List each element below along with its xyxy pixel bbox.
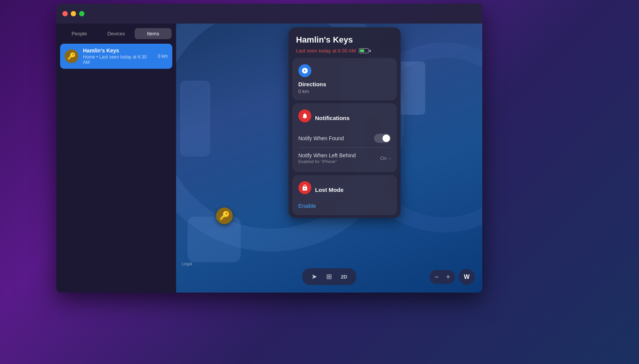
map-shape <box>188 217 241 262</box>
compass-button[interactable]: W <box>459 269 475 285</box>
detail-status: Last seen today at 6:30 AM <box>296 48 393 54</box>
notify-when-found-toggle[interactable] <box>374 134 391 143</box>
app-window: People Devices Items 🔑 Hamlin's Keys Hom… <box>56 4 482 293</box>
notify-when-left-chevron-group: On › <box>380 155 391 161</box>
traffic-lights <box>62 11 84 16</box>
directions-distance: 0 km <box>298 89 391 94</box>
legal-link[interactable]: Legal <box>182 261 192 266</box>
item-name: Hamlin's Keys <box>83 47 153 54</box>
notify-when-left-behind-sub: Enabled for "iPhone" <box>298 159 356 164</box>
notify-when-found-row[interactable]: Notify When Found <box>298 131 391 145</box>
detail-header: Hamlin's Keys Last seen today at 6:30 AM <box>288 27 401 58</box>
directions-label: Directions <box>298 81 391 87</box>
location-arrow-button[interactable]: ➤ <box>307 271 321 283</box>
tab-people[interactable]: People <box>61 28 98 39</box>
map-controls-right: − + W <box>430 269 475 285</box>
fullscreen-button[interactable] <box>79 11 84 16</box>
lost-mode-card: Lost Mode Enable <box>292 175 397 215</box>
battery-body <box>359 48 369 53</box>
notif-divider <box>298 147 391 148</box>
item-icon: 🔑 <box>65 49 78 63</box>
bottom-bar: ➤ ⊞ 2D <box>302 268 356 285</box>
battery-icon <box>359 48 371 53</box>
notify-when-left-behind-row[interactable]: Notify When Left Behind Enabled for "iPh… <box>298 150 391 166</box>
toggle-thumb <box>382 135 390 142</box>
battery-tip <box>370 50 371 52</box>
detail-title: Hamlin's Keys <box>296 35 393 45</box>
tab-devices[interactable]: Devices <box>98 28 135 39</box>
detail-panel: Hamlin's Keys Last seen today at 6:30 AM <box>288 27 401 218</box>
notifications-card: Notifications Notify When Found Notify W… <box>292 103 397 172</box>
tab-bar: People Devices Items <box>56 24 176 39</box>
notifications-icon <box>298 109 311 122</box>
chevron-right-icon: › <box>389 155 391 161</box>
status-text: Last seen today at 6:30 AM <box>296 48 356 54</box>
directions-icon <box>298 64 311 77</box>
zoom-in-button[interactable]: + <box>443 272 453 282</box>
map-type-button[interactable]: ⊞ <box>322 271 335 283</box>
notify-when-left-status: On <box>380 155 387 161</box>
lost-mode-icon <box>298 181 311 194</box>
directions-card[interactable]: Directions 0 km <box>292 58 397 100</box>
notify-when-left-behind-label: Notify When Left Behind <box>298 152 356 158</box>
lost-mode-title: Lost Mode <box>315 187 343 193</box>
item-info: Hamlin's Keys Home • Last seen today at … <box>83 47 153 65</box>
sidebar: People Devices Items 🔑 Hamlin's Keys Hom… <box>56 24 176 293</box>
enable-button[interactable]: Enable <box>298 203 391 209</box>
notify-when-found-label: Notify When Found <box>298 135 344 141</box>
notifications-title: Notifications <box>315 115 350 121</box>
notify-when-left-behind-info: Notify When Left Behind Enabled for "iPh… <box>298 152 356 164</box>
main-content: People Devices Items 🔑 Hamlin's Keys Hom… <box>56 24 482 293</box>
zoom-out-button[interactable]: − <box>431 272 442 282</box>
sidebar-list: 🔑 Hamlin's Keys Home • Last seen today a… <box>56 39 176 73</box>
map-marker[interactable]: 🔑 <box>216 207 233 224</box>
item-meta: Home • Last seen today at 6:30 AM <box>83 54 153 65</box>
map-area[interactable]: 🔑 Legal ➤ ⊞ 2D − + W Hamlin' <box>176 24 482 293</box>
titlebar <box>56 4 482 24</box>
map-shape2 <box>180 81 210 157</box>
close-button[interactable] <box>62 11 68 16</box>
list-item[interactable]: 🔑 Hamlin's Keys Home • Last seen today a… <box>60 44 172 69</box>
lost-mode-header: Lost Mode <box>298 181 391 198</box>
item-distance: 0 km <box>158 54 168 59</box>
tab-items[interactable]: Items <box>135 28 172 39</box>
notifications-header: Notifications <box>298 109 391 126</box>
2d-button[interactable]: 2D <box>337 272 351 282</box>
battery-fill <box>360 49 364 52</box>
zoom-control: − + <box>430 270 455 284</box>
minimize-button[interactable] <box>71 11 76 16</box>
